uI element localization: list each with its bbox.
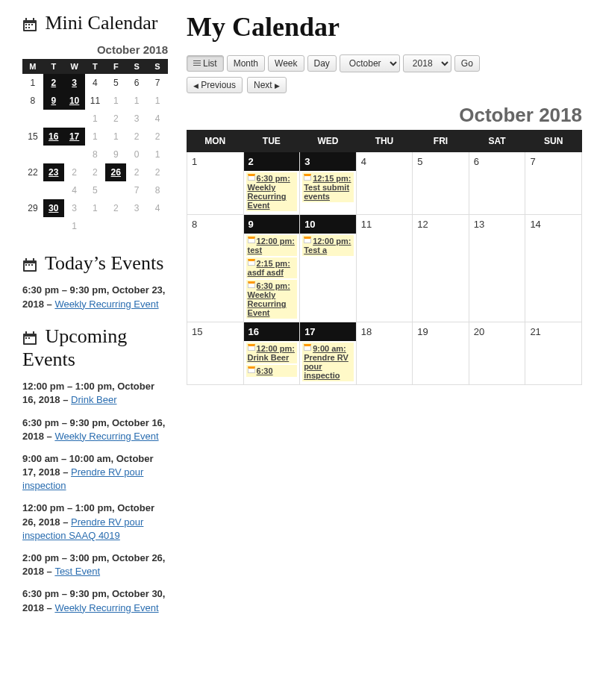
mini-day-cell[interactable]: 26 bbox=[105, 163, 126, 181]
event-icon bbox=[304, 237, 311, 243]
calendar-day-cell[interactable]: 18 bbox=[356, 322, 413, 385]
calendar-day-cell[interactable]: 14 bbox=[525, 215, 582, 322]
calendar-day-cell[interactable]: 6 bbox=[469, 152, 525, 215]
calendar-day-cell[interactable]: 1012:00 pm: Test a bbox=[300, 215, 357, 322]
calendar-event[interactable]: 12:15 pm: Test submit events bbox=[302, 172, 354, 202]
month-select[interactable]: October bbox=[340, 54, 400, 72]
day-number: 9 bbox=[244, 215, 300, 234]
calendar-day-cell[interactable]: 21 bbox=[525, 322, 582, 385]
mini-day-cell: 9 bbox=[105, 146, 126, 163]
mini-day-cell[interactable]: 10 bbox=[64, 92, 85, 110]
day-number: 3 bbox=[300, 152, 356, 171]
event-item: 12:00 pm – 1:00 pm, October 16, 2018 – D… bbox=[22, 380, 168, 407]
mini-day-header: T bbox=[85, 59, 106, 74]
svg-rect-4 bbox=[25, 24, 27, 25]
event-link[interactable]: Test Event bbox=[54, 566, 100, 577]
svg-rect-19 bbox=[33, 331, 34, 334]
event-item: 6:30 pm – 9:30 pm, October 23, 2018 – We… bbox=[22, 284, 168, 310]
calendar-day-cell[interactable]: 19 bbox=[413, 322, 469, 385]
calendar-day-cell[interactable]: 26:30 pm: Weekly Recurring Event bbox=[243, 152, 300, 215]
mini-day-cell[interactable]: 9 bbox=[43, 92, 64, 110]
mini-day-cell: 2 bbox=[126, 163, 147, 181]
day-number: 10 bbox=[300, 215, 356, 234]
mini-day-cell: 0 bbox=[126, 146, 147, 163]
mini-day-cell[interactable]: 17 bbox=[64, 128, 85, 146]
list-view-button[interactable]: List bbox=[187, 55, 224, 72]
event-link[interactable]: Drink Beer bbox=[71, 394, 116, 405]
mini-day-cell: 8 bbox=[147, 181, 168, 199]
list-view-label: List bbox=[203, 58, 217, 69]
event-item: 12:00 pm – 1:00 pm, October 26, 2018 – P… bbox=[22, 501, 168, 543]
calendar-day-cell[interactable]: 912:00 pm: test2:15 pm: asdf asdf6:30 pm… bbox=[243, 215, 300, 322]
calendar-day-cell[interactable]: 15 bbox=[187, 322, 244, 385]
month-view-button[interactable]: Month bbox=[227, 55, 265, 72]
mini-day-cell bbox=[22, 110, 43, 128]
mini-day-cell[interactable]: 30 bbox=[43, 199, 64, 217]
mini-day-cell bbox=[43, 146, 64, 163]
mini-day-cell: 2 bbox=[64, 163, 85, 181]
calendar-event[interactable]: 12:00 pm: test bbox=[246, 235, 298, 256]
mini-day-cell: 1 bbox=[64, 217, 85, 235]
mini-day-cell[interactable]: 23 bbox=[43, 163, 64, 181]
calendar-day-cell[interactable]: 1612:00 pm: Drink Beer6:30 bbox=[243, 322, 300, 385]
calendar-day-cell[interactable]: 7 bbox=[525, 152, 582, 215]
svg-rect-8 bbox=[28, 27, 30, 28]
calendar-day-cell[interactable]: 4 bbox=[356, 152, 413, 215]
calendar-day-cell[interactable]: 312:15 pm: Test submit events bbox=[300, 152, 357, 215]
year-select[interactable]: 2018 bbox=[403, 54, 451, 72]
calendar-event-link[interactable]: 6:30 bbox=[257, 366, 273, 375]
mini-day-cell: 2 bbox=[147, 128, 168, 146]
mini-day-cell[interactable]: 2 bbox=[43, 74, 64, 92]
mini-day-cell: 3 bbox=[126, 199, 147, 217]
mini-day-cell[interactable]: 3 bbox=[64, 74, 85, 92]
mini-day-cell: 5 bbox=[85, 181, 106, 199]
mini-day-cell: 2 bbox=[126, 128, 147, 146]
calendar-event[interactable]: 6:30 bbox=[246, 365, 298, 377]
mini-day-cell bbox=[22, 146, 43, 163]
mini-calendar-title-text: Mini Calendar bbox=[46, 12, 158, 34]
svg-rect-20 bbox=[25, 337, 27, 339]
calendar-event[interactable]: 6:30 pm: Weekly Recurring Event bbox=[246, 280, 298, 319]
day-number: 4 bbox=[357, 152, 413, 171]
page-title: My Calendar bbox=[187, 11, 582, 43]
mini-day-cell: 1 bbox=[85, 110, 106, 128]
calendar-day-cell[interactable]: 20 bbox=[469, 322, 525, 385]
week-view-button[interactable]: Week bbox=[268, 55, 304, 72]
day-number: 19 bbox=[413, 322, 469, 341]
previous-button[interactable]: ◀ Previous bbox=[187, 77, 243, 93]
mini-day-cell: 3 bbox=[126, 110, 147, 128]
mini-day-cell: 1 bbox=[147, 146, 168, 163]
day-number: 11 bbox=[357, 215, 413, 234]
previous-label: Previous bbox=[201, 80, 236, 90]
calendar-day-cell[interactable]: 12 bbox=[413, 215, 469, 322]
calendar-day-cell[interactable]: 11 bbox=[356, 215, 413, 322]
sidebar: Mini Calendar October 2018 MTWTFSS 12345… bbox=[0, 0, 179, 635]
mini-day-cell: 15 bbox=[22, 128, 43, 146]
calendar-day-cell[interactable]: 5 bbox=[413, 152, 469, 215]
svg-rect-18 bbox=[25, 331, 27, 334]
go-button[interactable]: Go bbox=[454, 55, 480, 72]
day-view-button[interactable]: Day bbox=[307, 55, 337, 72]
chevron-left-icon: ◀ bbox=[193, 82, 199, 90]
calendar-event[interactable]: 12:00 pm: Test a bbox=[302, 235, 354, 256]
calendar-event[interactable]: 2:15 pm: asdf asdf bbox=[246, 257, 298, 278]
day-number: 12 bbox=[413, 215, 469, 234]
calendar-day-cell[interactable]: 8 bbox=[187, 215, 244, 322]
calendar-day-cell[interactable]: 13 bbox=[469, 215, 525, 322]
mini-day-cell[interactable]: 16 bbox=[43, 128, 64, 146]
svg-rect-21 bbox=[28, 337, 30, 339]
event-link[interactable]: Weekly Recurring Event bbox=[54, 299, 158, 310]
mini-day-cell: 1 bbox=[85, 199, 106, 217]
calendar-event[interactable]: 6:30 pm: Weekly Recurring Event bbox=[246, 172, 298, 211]
calendar-event[interactable]: 9:00 am: Prendre RV pour inspectio bbox=[302, 343, 354, 381]
event-icon bbox=[248, 281, 255, 288]
calendar-day-cell[interactable]: 179:00 am: Prendre RV pour inspectio bbox=[300, 322, 357, 385]
event-link[interactable]: Weekly Recurring Event bbox=[54, 431, 158, 442]
calendar-day-header: SUN bbox=[525, 131, 582, 152]
mini-day-cell bbox=[22, 181, 43, 199]
day-number: 6 bbox=[469, 152, 525, 171]
calendar-day-cell[interactable]: 1 bbox=[187, 152, 244, 215]
event-link[interactable]: Weekly Recurring Event bbox=[54, 602, 158, 613]
next-button[interactable]: Next ▶ bbox=[247, 77, 287, 93]
calendar-event[interactable]: 12:00 pm: Drink Beer bbox=[246, 343, 298, 363]
